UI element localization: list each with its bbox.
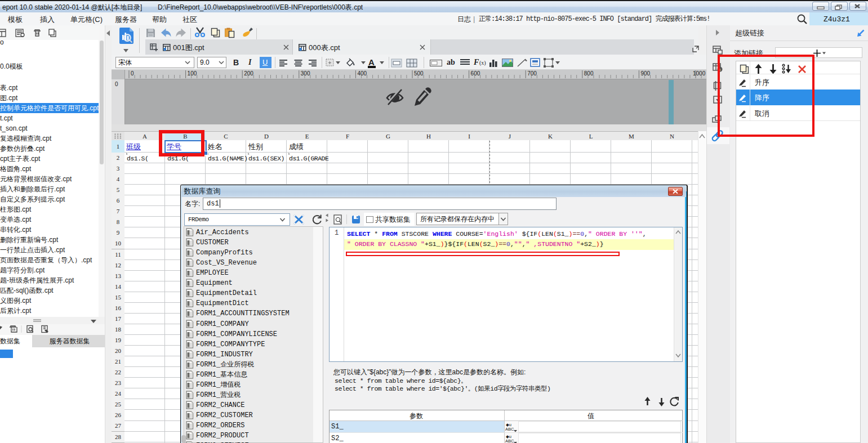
svg-text:ABC: ABC bbox=[505, 427, 514, 432]
svg-text:ABC: ABC bbox=[505, 438, 514, 443]
